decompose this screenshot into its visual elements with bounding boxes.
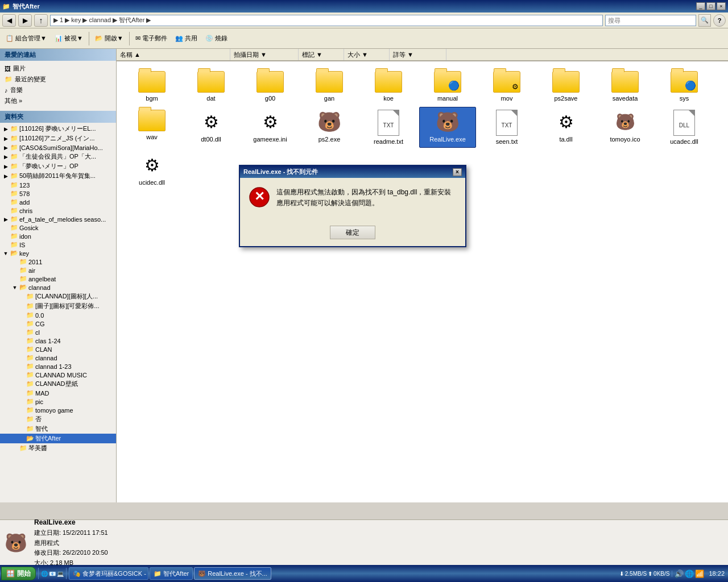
file-readmetxt[interactable]: TXT readme.txt [360,107,417,148]
tree-item-ef[interactable]: ▶📁ef_a_tale_of_melodies seaso... [0,215,116,223]
tree-item-caso[interactable]: ▶📁[CASO&SumiSora][MariaHo... [0,143,116,152]
tree-item-cute[interactable]: 📁[圖子][圖标][可愛彩佈... [0,301,116,311]
svg-text:✕: ✕ [254,189,264,203]
tree-item-clannad-parent[interactable]: ▼📂clannad [0,283,116,292]
tree-item-clannad-wall[interactable]: 📁CLANNAD壁紙 [0,379,116,389]
dialog-ok-button[interactable]: 確定 [330,226,375,239]
col-name[interactable]: 名稱 ▲ [117,49,230,60]
address-input[interactable] [50,15,603,26]
tree-item-clan[interactable]: 📁CLAN [0,345,116,354]
sidebar-item-music[interactable]: ♪ 音樂 [5,85,111,95]
tree-item-no[interactable]: 📁否 [0,414,116,424]
tree-item-578[interactable]: 📁578 [0,189,116,198]
tree-item-koto[interactable]: 📁琴美醬 [0,443,116,453]
folder-g00[interactable]: g00 [242,68,299,105]
file-ps2exe[interactable]: 🐻 ps2.exe [301,107,358,148]
tree-item-110126-1[interactable]: ▶📁[110126] 夢喚いメリーEL... [0,124,116,134]
tree-item-cl[interactable]: 📁cl [0,328,116,336]
tree-item-yume[interactable]: ▶📁「夢喚いメリー」OP [0,161,116,171]
open-button[interactable]: 📂 開啟▼ [92,31,127,47]
taskbar-btn-tomoyo[interactable]: 📁 智代After [150,567,193,580]
search-button[interactable]: 🔍 [698,14,711,27]
tree-item-2011[interactable]: 📁2011 [0,257,116,266]
sidebar-item-pictures[interactable]: 🖼 圖片 [5,63,111,74]
folder-koe[interactable]: koe [360,68,417,105]
file-ucadecdll[interactable]: DLL ucadec.dll [656,107,713,148]
col-size[interactable]: 大小 ▼ [344,49,390,60]
tray-icon-3[interactable]: 📶 [695,569,704,578]
tree-item-00[interactable]: 📁0.0 [0,311,116,319]
file-tadll[interactable]: ⚙ ta.dll [537,107,594,148]
tree-item-clas[interactable]: 📁clas 1-24 [0,336,116,345]
tree-item-key[interactable]: ▼📂key [0,249,116,257]
maximize-button[interactable]: □ [706,2,715,10]
email-button[interactable]: ✉ 電子郵件 [132,31,171,47]
tree-item-idon[interactable]: 📁idon [0,232,116,240]
tree-item-clannad-sub[interactable]: 📁clannad [0,354,116,362]
up-button[interactable]: ↑ [34,14,48,27]
forward-button[interactable]: ▶ [18,14,32,27]
tree-item-pic[interactable]: 📁pic [0,397,116,406]
tree-item-clannad-music[interactable]: 📁CLANNAD MUSIC [0,371,116,379]
folder-wav[interactable]: wav [123,107,180,148]
search-input[interactable] [605,15,696,26]
tree-item-123[interactable]: 📁123 [0,181,116,189]
tree-item-chris[interactable]: 📁chris [0,206,116,215]
file-realliveexe[interactable]: 🐻 RealLive.exe [419,107,476,148]
tree-item-tomoyo-after[interactable]: 📂智代After [0,434,116,443]
start-label: 開始 [17,569,31,579]
taskbar-btn-gosick[interactable]: 🎭 食梦者玛丽&GOSICK - ... [69,567,148,580]
tree-item-clannad-123[interactable]: 📁clannad 1-23 [0,362,116,371]
transfer-down-icon: ⬇ [619,571,624,577]
ql-icon-1[interactable]: 🌐 [41,571,48,577]
folder-mov[interactable]: ⚙ mov [478,68,535,105]
start-button[interactable]: 🪟 開始 [1,567,36,580]
folder-ps2save[interactable]: ps2save [537,68,594,105]
tree-item-tomo[interactable]: 📁智代 [0,424,116,434]
organize-button[interactable]: 📋 組合管理▼ [2,31,50,47]
col-detail[interactable]: 詳等 ▼ [390,49,446,60]
col-tag[interactable]: 標記 ▼ [299,49,344,60]
tree-item-air[interactable]: 📁air [0,266,116,275]
tree-item-seito[interactable]: ▶📁「生徒会役員共」OP「大... [0,152,116,161]
tree-item-clannad-img[interactable]: 📁[CLANNAD][圖标][人... [0,292,116,301]
help-button[interactable]: ? [713,14,726,27]
dialog-close-button[interactable]: × [453,168,462,176]
ql-icon-3[interactable]: 💻 [57,571,64,577]
file-dt00dll[interactable]: ⚙ dt00.dll [183,107,239,148]
transfer-up-icon: ⬆ [648,571,652,577]
tree-item-mad[interactable]: 📁MAD [0,389,116,397]
folder-bgm[interactable]: bgm [123,68,180,105]
tree-item-tomoyo[interactable]: 📁tomoyo game [0,406,116,414]
folder-icon: 📁 [26,406,34,414]
file-tomoyoico[interactable]: 🐻 tomoyo.ico [597,107,653,148]
burn-button[interactable]: 💿 燒錄 [202,31,231,47]
file-gameexeini[interactable]: ⚙ gameexe.ini [242,107,299,148]
col-date[interactable]: 拍攝日期 ▼ [230,49,299,60]
sidebar-item-other[interactable]: 其他 » [5,95,111,106]
sidebar-item-recent[interactable]: 📁 最近的變更 [5,74,111,85]
taskbar-btn-reallive[interactable]: 🐻 RealLive.exe - 找不... [194,567,271,580]
minimize-button[interactable]: _ [696,2,705,10]
file-seentxt[interactable]: TXT seen.txt [478,107,535,148]
tree-item-110126-2[interactable]: ▶📁[110126]アニメ_JS (イン... [0,134,116,143]
tree-item-gosick[interactable]: 📁Gosick [0,223,116,232]
tree-item-is[interactable]: 📁IS [0,240,116,249]
close-button[interactable]: × [717,2,726,10]
back-button[interactable]: ◀ [2,14,16,27]
tray-icon-2[interactable]: 🌐 [685,569,694,578]
ql-icon-2[interactable]: 📧 [49,571,56,577]
folder-savedata[interactable]: savedata [597,68,653,105]
views-button[interactable]: 📊 被視▼ [51,31,86,47]
tray-icon-1[interactable]: 🔊 [675,569,684,578]
folder-gan[interactable]: gan [301,68,358,105]
share-button[interactable]: 👥 共用 [172,31,201,47]
file-ucidecdll[interactable]: ⚙ ucidec.dll [123,150,180,189]
folder-sys[interactable]: 🔵 sys [656,68,713,105]
tree-item-50[interactable]: ▶📁50萌絲師2011年兔年賀集... [0,171,116,181]
tree-item-angelbeat[interactable]: 📁angelbeat [0,275,116,283]
tree-item-add[interactable]: 📁add [0,198,116,206]
tree-item-cg[interactable]: 📁CG [0,319,116,328]
folder-manual[interactable]: 🔵 manual [419,68,476,105]
folder-dat[interactable]: dat [183,68,239,105]
